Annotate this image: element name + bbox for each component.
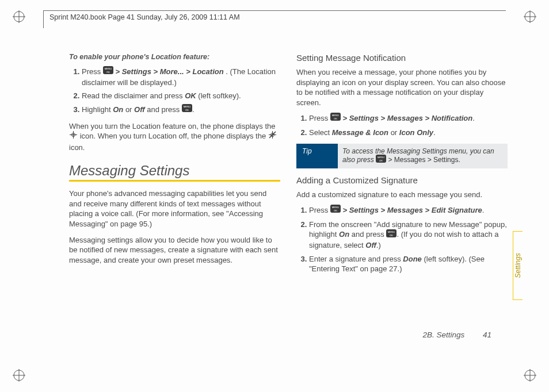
svg-text:MENU: MENU xyxy=(184,105,190,108)
body-text: When you turn the Location feature on, t… xyxy=(69,122,275,130)
side-tab-label: Settings xyxy=(514,253,522,278)
svg-text:OK: OK xyxy=(334,117,337,120)
location-steps: Press MENUOK > Settings > More... > Loca… xyxy=(69,67,280,116)
location-off-icon xyxy=(268,130,277,142)
list-item: Press MENUOK > Settings > Messages > Edi… xyxy=(309,205,508,216)
list-item: From the onscreen "Add signature to new … xyxy=(309,220,508,251)
side-thumb-tab: Settings xyxy=(513,231,523,300)
step-text: Press xyxy=(82,67,103,76)
section-rule xyxy=(69,180,280,182)
svg-text:MENU: MENU xyxy=(378,156,385,159)
list-item: Read the disclaimer and press OK (left s… xyxy=(82,91,280,101)
signature-paragraph: Add a customized signature to each messa… xyxy=(296,190,508,200)
step-text: Read the disclaimer and press xyxy=(82,91,185,100)
step-emph: Icon Only xyxy=(399,128,433,137)
section-title-messaging: Messaging Settings xyxy=(69,163,280,179)
step-text: Highlight xyxy=(82,105,113,114)
page-footer: 2B. Settings 41 xyxy=(422,330,491,339)
step-emph: Done xyxy=(403,255,422,263)
svg-text:MENU: MENU xyxy=(388,230,395,233)
step-text: Press xyxy=(309,114,330,122)
left-column: To enable your phone's Location feature:… xyxy=(69,53,280,345)
subhead-signature: Adding a Customized Signature xyxy=(296,175,508,185)
svg-text:OK: OK xyxy=(334,209,337,212)
svg-text:MENU: MENU xyxy=(332,206,339,209)
notification-paragraph: When you receive a message, your phone n… xyxy=(296,67,508,107)
location-caption: To enable your phone's Location feature: xyxy=(69,53,280,61)
svg-text:OK: OK xyxy=(185,109,189,112)
cropmark-bottom-right xyxy=(524,369,536,382)
svg-text:MENU: MENU xyxy=(332,114,339,117)
step-text: . xyxy=(433,128,436,137)
cropmark-top-left xyxy=(13,10,25,23)
step-path: > Settings > More... > Location xyxy=(115,67,223,76)
svg-text:OK: OK xyxy=(390,233,393,236)
tip-label: Tip xyxy=(296,144,338,168)
tip-body: To access the Messaging Settings menu, y… xyxy=(338,144,508,168)
menu-ok-icon: MENUOK xyxy=(182,104,192,115)
step-emph: Off xyxy=(365,241,376,249)
messaging-para-2: Messaging settings allow you to decide h… xyxy=(69,235,280,266)
location-icon-paragraph: When you turn the Location feature on, t… xyxy=(69,121,280,153)
print-header: Sprint M240.book Page 41 Sunday, July 26… xyxy=(43,10,506,28)
svg-text:MENU: MENU xyxy=(105,67,112,70)
tip-path: > Messages > Settings. xyxy=(388,155,460,163)
body-text: icon. When you turn Location off, the ph… xyxy=(80,132,268,141)
footer-section: 2B. Settings xyxy=(422,330,464,339)
messaging-para-1: Your phone's advanced messaging capabili… xyxy=(69,189,280,229)
step-text: and press xyxy=(352,230,387,239)
print-header-text: Sprint M240.book Page 41 Sunday, July 26… xyxy=(49,13,240,21)
list-item: Press MENUOK > Settings > More... > Loca… xyxy=(82,67,280,87)
step-emph: On xyxy=(339,230,349,239)
step-path: > Settings > Messages > Notification xyxy=(342,114,472,122)
list-item: Enter a signature and press Done (left s… xyxy=(309,254,508,274)
list-item: Select Message & Icon or Icon Only. xyxy=(309,128,508,138)
step-text: Select xyxy=(309,128,332,137)
step-text: or xyxy=(391,128,399,137)
page-body: To enable your phone's Location feature:… xyxy=(69,53,508,345)
step-text: . xyxy=(472,114,475,122)
list-item: Press MENUOK > Settings > Messages > Not… xyxy=(309,113,508,124)
step-path: > Settings > Messages > Edit Signature xyxy=(342,206,482,214)
step-text: and press xyxy=(147,105,182,114)
location-on-icon xyxy=(69,130,78,142)
step-emph: On xyxy=(113,105,123,114)
step-text: Press xyxy=(309,206,330,214)
cropmark-bottom-left xyxy=(13,369,25,382)
cropmark-top-right xyxy=(524,10,536,23)
step-text: Enter a signature and press xyxy=(309,255,403,263)
menu-ok-icon: MENUOK xyxy=(103,66,113,77)
menu-ok-icon: MENUOK xyxy=(386,229,396,240)
step-text: . xyxy=(192,105,195,114)
step-text: .) xyxy=(376,241,381,249)
step-text: . xyxy=(482,206,485,214)
menu-ok-icon: MENUOK xyxy=(330,205,341,216)
signature-steps: Press MENUOK > Settings > Messages > Edi… xyxy=(296,205,508,274)
list-item: Highlight On or Off and press MENUOK . xyxy=(82,105,280,116)
menu-ok-icon: MENUOK xyxy=(330,113,341,124)
body-text: icon. xyxy=(69,143,85,152)
subhead-notification: Setting Message Notification xyxy=(296,53,508,63)
svg-point-21 xyxy=(73,134,74,136)
step-emph: Off xyxy=(134,105,145,114)
menu-ok-icon: MENUOK xyxy=(376,155,386,164)
footer-page-number: 41 xyxy=(483,330,491,339)
step-emph: Message & Icon xyxy=(332,128,388,137)
right-column: Setting Message Notification When you re… xyxy=(296,53,508,345)
step-emph: OK xyxy=(185,91,196,100)
tip-box: Tip To access the Messaging Settings men… xyxy=(296,144,508,168)
step-text: (left softkey). xyxy=(198,91,241,100)
notification-steps: Press MENUOK > Settings > Messages > Not… xyxy=(296,113,508,137)
step-text: or xyxy=(125,105,134,114)
svg-text:OK: OK xyxy=(379,159,383,162)
svg-text:OK: OK xyxy=(106,71,110,74)
